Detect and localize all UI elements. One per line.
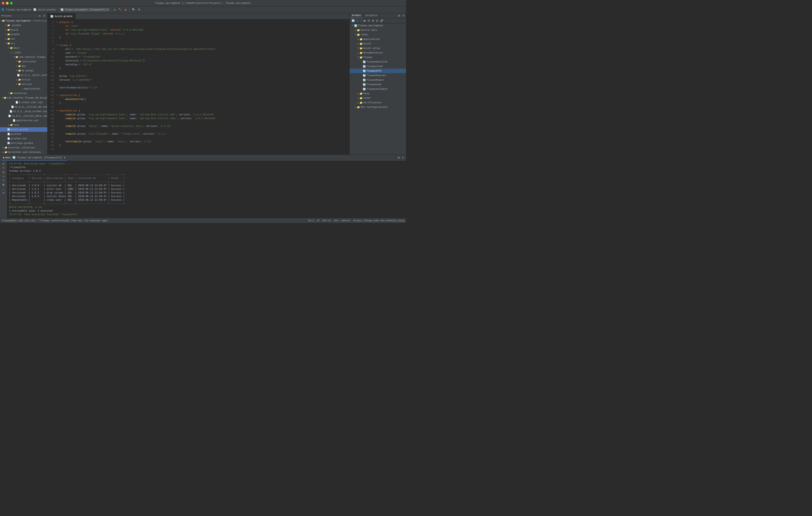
tree-item-settings-gradle[interactable]: 🔄 settings.gradle: [0, 141, 47, 145]
tree-item-gradlew[interactable]: 📄 gradlew: [0, 132, 47, 136]
tree-item-scratches[interactable]: ▶ 📁 Scratches and Consoles: [0, 150, 47, 154]
gradle-build-task[interactable]: ▶ 📁 build: [350, 41, 406, 46]
gradle-source-sets[interactable]: ▶ 📁 Source Sets: [350, 28, 406, 32]
clear-btn[interactable]: 🗑: [2, 183, 5, 186]
fold-icon[interactable]: ▼: [56, 20, 58, 24]
gradle-close-btn[interactable]: ✕: [402, 14, 405, 18]
tree-item-build[interactable]: ▼ 📁 build: [0, 28, 47, 32]
gradle-flyway-validate[interactable]: 🔄 flywayValidate: [350, 87, 406, 91]
tree-item-application[interactable]: ☕ Application: [0, 87, 47, 91]
stop-button[interactable]: ⏹: [123, 8, 128, 11]
gradle-tab[interactable]: Gradle: [350, 13, 364, 18]
tree-item-package[interactable]: ▼ 📁 com.chenlei.flyway: [0, 55, 47, 59]
gradle-other[interactable]: ▶ 📁 other: [350, 96, 406, 100]
gradle-flyway-clean[interactable]: 🔄 flywayClean: [350, 64, 406, 69]
scroll-end-btn[interactable]: ↓: [2, 187, 5, 190]
source-sets-icon: 📁: [357, 29, 360, 32]
gradle-build-setup[interactable]: ▼ 📁 build setup: [350, 46, 406, 51]
run-gradle-btn[interactable]: ▶: [363, 19, 366, 23]
code-line-32: 32 testCompile group: 'junit', name: 'ju…: [48, 140, 349, 144]
remove-btn[interactable]: ✕: [2, 191, 5, 194]
tree-item-controller[interactable]: ▼ 📁 controller: [0, 59, 47, 64]
fold-icon[interactable]: ▼: [56, 94, 58, 97]
refresh-btn[interactable]: 🔄: [351, 19, 355, 23]
gradle-help[interactable]: ▶ 📁 help: [350, 91, 406, 96]
folder-icon: 📁: [4, 96, 6, 99]
sql-icon: 📄: [9, 110, 12, 113]
run-panel-settings-btn[interactable]: ⚙: [397, 156, 401, 159]
close-run-tab-btn[interactable]: ✕: [64, 156, 65, 159]
tree-item-external-libs[interactable]: ▶ 📁 External Libraries: [0, 145, 47, 150]
flyway-group-label: flyway: [364, 56, 373, 59]
tree-item-v103[interactable]: 📄 V1_0_3__initial_data.sql: [0, 114, 47, 118]
tree-item-db-mysql[interactable]: ▼ 📁 db.mysql: [0, 68, 47, 73]
tree-item-service[interactable]: ▼ 📁 service: [0, 82, 47, 87]
link-btn[interactable]: 🔗: [379, 19, 384, 23]
maximize-button[interactable]: [10, 2, 13, 4]
minimize-button[interactable]: [6, 2, 9, 4]
code-line-12: 12 encoding = 'UTF-8': [48, 63, 349, 67]
tree-item-out[interactable]: ▶ 📁 out: [0, 37, 47, 41]
run-button[interactable]: ▶: [113, 8, 117, 11]
tree-item-v102[interactable]: 📄 V1_0_2__drop_column.sql: [0, 109, 47, 114]
docs-icon: 📁: [359, 52, 363, 54]
gradle-flyway-repair[interactable]: 🔄 flywayRepair: [350, 78, 406, 82]
tree-item-res-package[interactable]: ▼ 📁 com.chenlei.flyway.db.mysql: [0, 96, 47, 100]
plus-btn[interactable]: +: [356, 19, 359, 23]
tree-arrow: ▶: [357, 92, 359, 95]
tree-item-gradlew-bat[interactable]: 📄 gradlew.bat: [0, 136, 47, 141]
gradle-run-configs[interactable]: ▶ 📁 Run Configurations: [350, 105, 406, 110]
gradle-flyway-undo[interactable]: 🔄 flywayUndo: [350, 82, 406, 87]
gradle-root[interactable]: ▼ 🔄 flyway-springboot: [350, 23, 406, 28]
gradle-flyway-group[interactable]: ▼ 📁 flyway: [350, 55, 406, 60]
run-stop-btn[interactable]: ⏹: [2, 171, 5, 174]
tree-item-test[interactable]: ▶ 📁 test: [0, 123, 47, 127]
tree-item-build-gradle[interactable]: 🔄 build.gradle: [0, 127, 47, 132]
console-line-15: BUILD SUCCESSFUL in 0s: [9, 206, 404, 209]
projects-tab[interactable]: projects: [364, 13, 380, 18]
tree-item-entity[interactable]: ▶ 📁 entity: [0, 78, 47, 82]
editor-content[interactable]: 1 ▼ plugins { 2 id 'java' 3 id 'org.spri…: [48, 20, 349, 154]
wrap-btn[interactable]: ↵: [2, 179, 5, 182]
gradle-application[interactable]: ▶ 📁 application: [350, 37, 406, 41]
gradle-flyway-info[interactable]: 🔄 flywayInfo: [350, 69, 406, 73]
tree-item-v100[interactable]: 📄 V1_0_0__initial_db.sql: [0, 105, 47, 109]
close-button[interactable]: [2, 2, 4, 4]
fold-icon[interactable]: ▼: [56, 109, 58, 113]
tree-item-java[interactable]: ▼ ☕ java: [0, 50, 47, 55]
tree-item-v101[interactable]: 📄 V1_0_1__alter_user: [0, 73, 47, 78]
gradle-tasks[interactable]: ▼ 📁 Tasks: [350, 32, 406, 37]
run-panel-close-btn[interactable]: ✕: [401, 156, 405, 159]
toggle-btn[interactable]: ☰: [367, 19, 371, 23]
tree-item-r-clean[interactable]: 📄 R_clean_user.sql: [0, 100, 47, 105]
gradle-flyway-baseline[interactable]: 🔄 flywayBaseline: [350, 60, 406, 64]
sidebar-sync-btn[interactable]: ⇆: [38, 14, 41, 18]
gradle-settings-btn[interactable]: ⚙: [397, 14, 401, 18]
help-label: help: [364, 92, 369, 95]
tree-item-gradle-dir[interactable]: ▼ 📁 .gradle: [0, 23, 47, 28]
run-play-btn[interactable]: ▶: [2, 162, 5, 165]
editor-tab-build-gradle[interactable]: 🔄 build.gradle: [48, 13, 76, 19]
collapse-btn[interactable]: ⊟: [375, 19, 379, 23]
tree-item-main[interactable]: ▼ 📁 main: [0, 46, 47, 50]
tree-item-resources[interactable]: ▼ 📁 resources: [0, 91, 47, 96]
expand-btn[interactable]: ⊞: [371, 19, 375, 23]
build-button[interactable]: 🔨: [118, 8, 122, 11]
tree-item-root[interactable]: ▼ 📁 flyway-springboot ~/IdeaProjects/G-P…: [0, 19, 47, 23]
fold-icon[interactable]: ▼: [56, 43, 58, 47]
minus-btn[interactable]: −: [359, 19, 362, 23]
filter-btn[interactable]: ≡: [2, 175, 5, 178]
tree-item-gradle[interactable]: ▼ 📁 gradle: [0, 32, 47, 37]
tree-item-src[interactable]: ▼ 📁 src: [0, 41, 47, 46]
run-tab[interactable]: ▶ Run: 🔄 flyway-springboot [flywayInfo] …: [1, 155, 67, 161]
settings-button[interactable]: ⚙: [137, 8, 141, 11]
run-reload-btn[interactable]: ↩: [2, 166, 5, 170]
gradle-icon: 🔄: [7, 128, 10, 131]
tree-item-app-yml[interactable]: 📄 application.yml: [0, 118, 47, 123]
gradle-flyway-migrate[interactable]: 🔄 flywayMigrate: [350, 73, 406, 78]
gradle-documentation[interactable]: ▶ 📁 documentation: [350, 51, 406, 55]
sidebar-gear-btn[interactable]: ⚙: [42, 14, 46, 18]
tree-item-dao[interactable]: ▼ 📁 dao: [0, 64, 47, 68]
search-button[interactable]: 🔍: [131, 8, 136, 11]
gradle-verification[interactable]: ▶ 📁 verification: [350, 100, 406, 105]
